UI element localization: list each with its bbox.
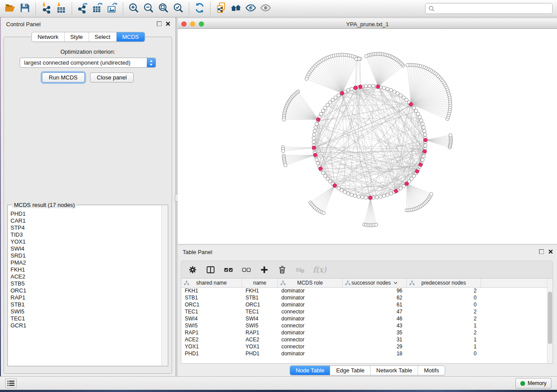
select-all-rows-button[interactable] xyxy=(223,265,234,275)
table-cell[interactable]: RAP1 xyxy=(181,329,242,336)
import-table-button[interactable] xyxy=(54,1,69,16)
table-row[interactable]: SWI4SWI4dominator462 xyxy=(181,315,547,322)
table-row[interactable]: STB1STB1dominator620 xyxy=(181,294,547,301)
table-row[interactable]: PHD1PHD1dominator180 xyxy=(181,350,547,357)
table-cell[interactable]: connector xyxy=(278,343,343,350)
table-cell[interactable]: dominator xyxy=(278,350,343,357)
table-cell[interactable]: 1 xyxy=(407,343,481,350)
table-cell[interactable]: FKH1 xyxy=(181,287,242,294)
mcds-result-item[interactable]: SRD1 xyxy=(10,252,159,259)
table-cell[interactable]: 96 xyxy=(343,287,407,294)
table-cell[interactable]: ORC1 xyxy=(181,301,242,308)
mcds-result-item[interactable]: SWI5 xyxy=(10,308,159,315)
table-cell[interactable]: PHD1 xyxy=(181,350,242,357)
table-cell[interactable]: TEC1 xyxy=(242,308,278,315)
table-row[interactable]: ACE2ACE2connector311 xyxy=(181,336,547,343)
tab-select[interactable]: Select xyxy=(89,32,116,41)
float-panel-icon[interactable] xyxy=(157,21,162,26)
table-cell[interactable]: 1 xyxy=(407,322,481,329)
column-header-successor-nodes[interactable]: successor nodes xyxy=(343,279,407,287)
table-cell[interactable]: dominator xyxy=(278,294,343,301)
table-cell[interactable]: YOX1 xyxy=(242,343,278,350)
table-cell[interactable]: dominator xyxy=(278,315,343,322)
search-box[interactable] xyxy=(425,3,553,14)
split-panel-button[interactable] xyxy=(205,265,216,275)
table-row[interactable]: YOX1YOX1connector291 xyxy=(181,343,547,350)
mcds-result-item[interactable]: STB5 xyxy=(10,280,159,287)
export-image-button[interactable] xyxy=(105,1,120,16)
add-column-button[interactable] xyxy=(259,265,270,275)
table-cell[interactable]: 35 xyxy=(343,329,407,336)
table-cell[interactable]: 61 xyxy=(343,301,407,308)
table-row[interactable]: FKH1FKH1dominator962 xyxy=(181,287,547,294)
run-mcds-button[interactable]: Run MCDS xyxy=(42,72,85,83)
open-file-button[interactable] xyxy=(3,1,17,16)
mcds-result-item[interactable]: YOX1 xyxy=(10,238,159,245)
column-header-MCDS-role[interactable]: MCDS role xyxy=(278,279,343,287)
first-neighbors-button[interactable] xyxy=(228,1,243,16)
save-session-button[interactable] xyxy=(17,1,32,16)
table-cell[interactable]: 0 xyxy=(407,301,481,308)
mcds-result-item[interactable]: PMA2 xyxy=(10,259,159,266)
table-scrollbar-thumb[interactable] xyxy=(548,292,552,344)
table-cell[interactable]: connector xyxy=(278,308,343,315)
delete-column-button[interactable] xyxy=(277,265,287,275)
memory-button[interactable]: Memory xyxy=(515,378,551,389)
table-cell[interactable]: YOX1 xyxy=(181,343,242,350)
table-cell[interactable]: dominator xyxy=(278,301,343,308)
table-cell[interactable]: dominator xyxy=(278,287,343,294)
table-cell[interactable]: SWI4 xyxy=(242,315,278,322)
table-cell[interactable]: 31 xyxy=(343,336,407,343)
show-all-button[interactable] xyxy=(258,1,273,16)
column-header-predecessor-nodes[interactable]: predecessor nodes xyxy=(407,279,481,287)
table-cell[interactable]: SWI5 xyxy=(181,322,242,329)
mcds-result-item[interactable]: SWI4 xyxy=(10,245,159,252)
close-panel-icon[interactable] xyxy=(166,21,170,26)
table-cell[interactable]: SWI4 xyxy=(181,315,242,322)
table-scrollbar[interactable] xyxy=(547,279,553,363)
table-cell[interactable]: STB1 xyxy=(181,294,242,301)
export-network-button[interactable] xyxy=(75,1,90,16)
tab-style[interactable]: Style xyxy=(64,32,89,41)
tab-network-table[interactable]: Network Table xyxy=(370,366,418,375)
mcds-result-item[interactable]: TID3 xyxy=(10,231,159,238)
table-cell[interactable]: 29 xyxy=(343,343,407,350)
table-cell[interactable]: 46 xyxy=(343,315,407,322)
table-cell[interactable]: 0 xyxy=(407,294,481,301)
mcds-result-item[interactable]: STP4 xyxy=(10,224,159,231)
zoom-out-button[interactable] xyxy=(141,1,156,16)
import-network-button[interactable] xyxy=(39,1,54,16)
mcds-result-item[interactable]: GCR1 xyxy=(10,322,159,329)
close-table-panel-icon[interactable] xyxy=(548,249,553,254)
table-cell[interactable]: 43 xyxy=(343,322,407,329)
float-table-panel-icon[interactable] xyxy=(539,249,544,254)
tab-motifs[interactable]: Motifs xyxy=(418,366,445,375)
search-input[interactable] xyxy=(436,4,552,14)
tab-mcds[interactable]: MCDS xyxy=(116,32,145,41)
table-cell[interactable]: connector xyxy=(278,336,343,343)
zoom-fit-content-button[interactable] xyxy=(156,1,171,16)
table-cell[interactable]: SWI5 xyxy=(242,322,278,329)
result-list-scrollbar[interactable] xyxy=(161,206,167,365)
table-row[interactable]: ORC1ORC1dominator610 xyxy=(181,301,547,308)
mcds-result-item[interactable]: TEC1 xyxy=(10,315,159,322)
network-canvas[interactable] xyxy=(178,29,557,244)
table-cell[interactable]: connector xyxy=(278,322,343,329)
column-header-shared-name[interactable]: shared name xyxy=(181,279,242,287)
zoom-selected-button[interactable] xyxy=(171,1,186,16)
column-header-name[interactable]: name xyxy=(242,279,278,287)
table-cell[interactable]: ORC1 xyxy=(242,301,278,308)
table-cell[interactable]: ACE2 xyxy=(181,336,242,343)
zoom-in-button[interactable] xyxy=(126,1,141,16)
mcds-result-item[interactable]: PHD1 xyxy=(10,210,159,217)
clone-network-button[interactable] xyxy=(214,1,228,16)
table-cell[interactable]: 2 xyxy=(407,308,481,315)
tab-node-table[interactable]: Node Table xyxy=(290,366,330,375)
table-cell[interactable]: 0 xyxy=(407,350,481,357)
table-cell[interactable]: 62 xyxy=(343,294,407,301)
deselect-all-rows-button[interactable] xyxy=(241,265,252,275)
table-cell[interactable]: 2 xyxy=(407,329,481,336)
mcds-result-item[interactable]: ACE2 xyxy=(10,273,159,280)
refresh-view-button[interactable] xyxy=(192,1,207,16)
table-cell[interactable]: STB1 xyxy=(242,294,278,301)
